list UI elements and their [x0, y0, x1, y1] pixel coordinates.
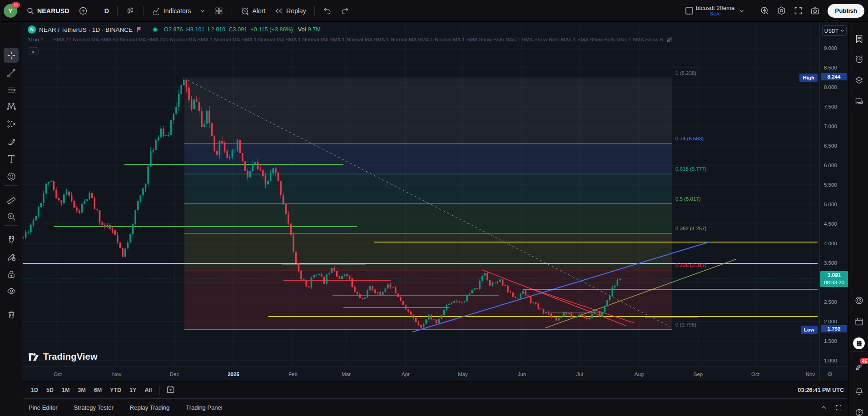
remove-drawings-tool-icon[interactable] — [4, 307, 19, 322]
draw-edit-tool-icon[interactable] — [4, 249, 19, 264]
symbol-search-button[interactable]: NEARUSD — [23, 5, 73, 17]
sidebar-alerts-icon[interactable] — [853, 53, 865, 65]
sidebar-divider — [853, 352, 865, 352]
indicators-button[interactable]: Indicators — [148, 4, 195, 18]
panel-maximize-icon[interactable] — [835, 404, 842, 411]
eye-hidden-icon[interactable] — [666, 36, 673, 43]
chart-legend: N NEAR / TetherUS · 1D · BINANCE O2.976 … — [28, 25, 673, 44]
currency-toggle-button[interactable]: USDT — [822, 25, 847, 36]
sidebar-help-icon[interactable] — [853, 406, 865, 416]
price-tick-label: 9.000 — [824, 45, 837, 51]
lock-drawings-tool-icon[interactable] — [4, 267, 19, 282]
legend-indicators-row[interactable]: 10 in 1 ... SMA 21 Normal MA SMA 50 Norm… — [28, 35, 673, 44]
price-tick-label: 8.500 — [824, 65, 837, 70]
sidebar-apps-grid-icon[interactable] — [853, 337, 865, 349]
interval-button-5d[interactable]: 5D — [42, 385, 58, 395]
ohlc-change: +0.115 (+3.86%) — [250, 26, 293, 33]
separator — [96, 6, 96, 16]
legend-collapse-button[interactable]: ▲ — [28, 47, 39, 55]
camera-icon — [810, 6, 820, 15]
layout-checkbox[interactable] — [685, 7, 693, 15]
sidebar-chat-icon[interactable] — [853, 95, 865, 107]
redo-button[interactable] — [337, 4, 353, 17]
time-tick-label: Nov — [806, 371, 815, 377]
sidebar-calendar-icon[interactable] — [853, 316, 865, 327]
separator — [752, 6, 752, 16]
bottom-tabs-bar: Pine EditorStrategy TesterReplay Trading… — [22, 398, 848, 416]
fib-retracement-tool-icon[interactable] — [4, 82, 19, 97]
magnet-tool-icon[interactable] — [4, 232, 19, 247]
layout-name-button[interactable]: btcusdt 20ema Save — [696, 5, 734, 17]
chart-style-button[interactable] — [122, 4, 139, 18]
chart-plot-area[interactable]: N NEAR / TetherUS · 1D · BINANCE O2.976 … — [22, 22, 819, 366]
settings-button[interactable] — [774, 4, 789, 18]
interval-button-all[interactable]: All — [140, 385, 156, 395]
alert-clock-icon — [240, 6, 249, 15]
sidebar-notifications-icon[interactable] — [853, 385, 865, 397]
indicator-ellipsis[interactable]: ... — [46, 37, 51, 42]
brush-tool-icon[interactable] — [4, 134, 19, 149]
fib-level-label: 1 (8.238) — [675, 70, 696, 76]
panel-expand-chevron-icon[interactable] — [820, 404, 827, 411]
symbol-logo[interactable]: N — [28, 25, 36, 34]
time-axis[interactable]: OctNovDec2025FebMarAprMayJunJulAugSepOct… — [22, 366, 848, 381]
price-tick-label: 5.500 — [824, 182, 837, 188]
market-status-dot[interactable] — [152, 27, 158, 33]
replay-button[interactable]: Replay — [271, 4, 310, 18]
trend-line-tool-icon[interactable] — [4, 65, 19, 80]
tabs-bar-actions — [820, 404, 842, 411]
time-axis-settings-gear-icon[interactable]: ⚙ — [827, 370, 833, 377]
time-tick-label: Nov — [112, 371, 121, 377]
symbol-title[interactable]: NEAR / TetherUS · 1D · BINANCE — [39, 26, 133, 33]
tab-replay-trading[interactable]: Replay Trading — [130, 404, 169, 411]
price-axis[interactable]: USDT 9.0008.5008.0007.5007.0006.5006.000… — [819, 22, 848, 366]
tab-pine-editor[interactable]: Pine Editor — [29, 404, 58, 411]
publish-button[interactable]: Publish — [828, 4, 864, 18]
tradingview-watermark: TradingView — [28, 352, 98, 362]
settings-hexagon-icon — [777, 6, 786, 15]
emoji-tool-icon[interactable] — [4, 169, 19, 184]
crosshair-tool-icon[interactable] — [4, 48, 19, 63]
interval-button-ytd[interactable]: YTD — [106, 385, 125, 395]
zoom-in-tool-icon[interactable] — [4, 209, 19, 224]
layout-grid-button[interactable] — [211, 4, 227, 18]
time-tick-label: Feb — [288, 371, 298, 377]
fib-level-label: 0.236 (3.317) — [675, 262, 706, 268]
flag-icon[interactable] — [136, 26, 143, 33]
tab-strategy-tester[interactable]: Strategy Tester — [74, 404, 114, 411]
interval-button-1m[interactable]: 1M — [58, 385, 74, 395]
xabcd-pattern-tool-icon[interactable] — [4, 99, 19, 114]
undo-button[interactable] — [319, 4, 335, 17]
low-value-badge: 1.793 — [821, 325, 847, 332]
clock-timestamp[interactable]: 03:26:41 PM UTC — [798, 387, 844, 393]
right-sidebar: 46 — [848, 22, 868, 416]
fullscreen-button[interactable] — [791, 4, 805, 18]
user-avatar[interactable]: Y 11 — [4, 4, 17, 18]
tab-trading-panel[interactable]: Trading Panel — [186, 404, 222, 411]
separator — [143, 6, 144, 16]
layout-chevron-button[interactable] — [737, 6, 746, 15]
timeframe-button[interactable]: D — [101, 5, 113, 17]
ruler-tool-icon[interactable] — [4, 191, 19, 206]
time-tick-label: Mar — [342, 371, 351, 377]
time-tick-label: 2025 — [228, 371, 239, 377]
go-to-date-button[interactable] — [164, 384, 178, 396]
save-layout-link[interactable]: Save — [710, 11, 721, 17]
sidebar-news-signal-icon[interactable]: 46 — [853, 361, 865, 373]
sidebar-scanner-icon[interactable] — [853, 294, 865, 306]
forecast-tool-icon[interactable] — [4, 116, 19, 131]
sidebar-layers-icon[interactable] — [853, 74, 865, 86]
notification-badge: 11 — [12, 2, 20, 8]
text-tool-icon[interactable] — [4, 151, 19, 166]
interval-button-6m[interactable]: 6M — [90, 385, 106, 395]
compare-add-button[interactable] — [75, 4, 91, 18]
interval-button-3m[interactable]: 3M — [74, 385, 89, 395]
sidebar-watchlist-icon[interactable] — [853, 33, 865, 45]
indicators-templates-chevron[interactable] — [196, 6, 209, 16]
alert-button[interactable]: Alert — [237, 4, 269, 18]
screenshot-button[interactable] — [808, 4, 822, 18]
quick-actions-button[interactable] — [758, 4, 772, 18]
interval-button-1y[interactable]: 1Y — [125, 385, 140, 395]
hide-drawings-tool-icon[interactable] — [4, 283, 19, 298]
interval-button-1d[interactable]: 1D — [27, 385, 42, 395]
